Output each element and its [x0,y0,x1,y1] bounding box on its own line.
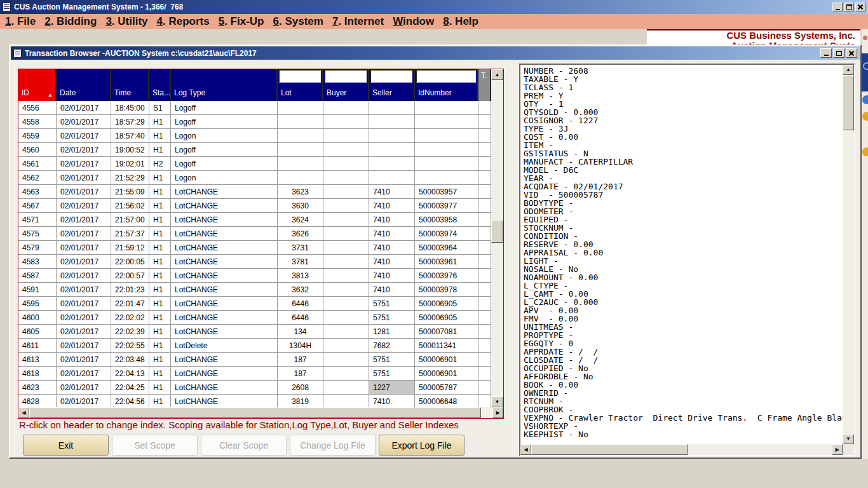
cell-logtype[interactable]: LotCHANGE [171,213,278,227]
cell-date[interactable]: 02/01/2017 [57,115,111,129]
cell-idnumber[interactable] [415,129,478,143]
grid-scroll-right-button[interactable]: ▶ [492,407,503,418]
transaction-minimize-button[interactable] [820,48,832,58]
column-header-id[interactable]: ID▲ [18,69,57,101]
cell-station[interactable]: H1 [149,171,171,185]
cell-logtype[interactable]: Logon [171,129,278,143]
cell-id[interactable]: 4567 [18,199,57,213]
cell-t[interactable] [478,143,491,157]
cell-station[interactable]: H1 [149,227,171,241]
cell-idnumber[interactable]: 500003957 [415,185,478,199]
cell-logtype[interactable]: LotCHANGE [171,395,278,407]
cell-t[interactable] [478,171,491,185]
cell-lot[interactable]: 3624 [278,213,323,227]
cell-buyer[interactable] [323,157,369,171]
detail-hscroll-thumb[interactable] [531,444,688,455]
table-row[interactable]: 462302/01/201722:04:25H1LotCHANGE2608122… [18,381,491,395]
cell-buyer[interactable] [323,241,369,255]
menu-fixup[interactable]: 5. Fix-Up [219,15,264,28]
cell-date[interactable]: 02/01/2017 [57,213,111,227]
cell-station[interactable]: H1 [149,325,171,339]
cell-idnumber[interactable] [415,115,478,129]
cell-idnumber[interactable]: 500006905 [415,311,478,325]
cell-t[interactable] [478,325,491,339]
cell-lot[interactable]: 3781 [278,255,323,269]
cell-lot[interactable]: 2608 [278,381,323,395]
cell-station[interactable]: H1 [149,311,171,325]
cell-lot[interactable]: 3813 [278,269,323,283]
grid-vscroll-thumb[interactable] [491,220,503,243]
cell-date[interactable]: 02/01/2017 [57,311,111,325]
cell-lot[interactable]: 3819 [278,395,323,407]
cell-logtype[interactable]: Logoff [171,143,278,157]
column-header-t[interactable]: T. [478,69,491,101]
cell-seller[interactable]: 7410 [369,185,415,199]
cell-t[interactable] [478,367,491,381]
cell-logtype[interactable]: LotCHANGE [171,227,278,241]
cell-buyer[interactable] [323,381,369,395]
menu-window[interactable]: Window [393,15,434,28]
cell-t[interactable] [478,241,491,255]
cell-t[interactable] [478,353,491,367]
cell-time[interactable]: 18:45:00 [111,101,149,115]
maximize-button[interactable] [844,3,854,11]
cell-seller[interactable]: 7410 [369,255,415,269]
grid-vertical-scrollbar[interactable]: ▲ ▼ [491,69,503,407]
cell-buyer[interactable] [323,325,369,339]
cell-logtype[interactable]: Logon [171,171,278,185]
cell-time[interactable]: 21:57:37 [111,227,149,241]
cell-date[interactable]: 02/01/2017 [57,171,111,185]
cell-time[interactable]: 22:04:25 [111,381,149,395]
set-scope-button[interactable]: Set Scope [112,435,198,456]
cell-seller[interactable]: 1227 [369,381,415,395]
cell-station[interactable]: H1 [149,241,171,255]
cell-buyer[interactable] [323,353,369,367]
scope-input-seller[interactable] [370,70,412,83]
cell-idnumber[interactable] [415,143,478,157]
cell-lot[interactable]: 3731 [278,241,323,255]
cell-idnumber[interactable]: 500003964 [415,241,478,255]
cell-date[interactable]: 02/01/2017 [57,185,111,199]
cell-id[interactable]: 4562 [18,171,57,185]
grid-scroll-up-button[interactable]: ▲ [491,69,503,80]
cell-lot[interactable]: 1304H [278,339,323,353]
cell-date[interactable]: 02/01/2017 [57,339,111,353]
cell-id[interactable]: 4628 [18,395,57,407]
detail-scroll-up-button[interactable]: ▲ [843,65,854,75]
cell-date[interactable]: 02/01/2017 [57,367,111,381]
cell-id[interactable]: 4611 [18,339,57,353]
cell-t[interactable] [478,311,491,325]
cell-station[interactable]: H1 [149,143,171,157]
cell-lot[interactable]: 187 [278,353,323,367]
close-button[interactable] [855,3,865,11]
cell-lot[interactable] [278,115,323,129]
cell-lot[interactable] [278,171,323,185]
cell-id[interactable]: 4556 [18,101,57,115]
cell-logtype[interactable]: LotCHANGE [171,367,278,381]
cell-buyer[interactable] [323,269,369,283]
cell-t[interactable] [478,115,491,129]
clear-scope-button[interactable]: Clear Scope [201,435,287,456]
cell-seller[interactable]: 7410 [369,283,415,297]
cell-id[interactable]: 4583 [18,255,57,269]
menu-reports[interactable]: 4. Reports [157,15,210,28]
cell-buyer[interactable] [323,283,369,297]
cell-time[interactable]: 21:59:12 [111,241,149,255]
detail-scroll-down-button[interactable]: ▼ [843,434,854,444]
cell-buyer[interactable] [323,129,369,143]
table-row[interactable]: 459102/01/201722:01:23H1LotCHANGE3632741… [18,283,491,297]
cell-logtype[interactable]: LotCHANGE [171,241,278,255]
cell-t[interactable] [478,283,491,297]
grid-horizontal-scrollbar[interactable]: ◀ ▶ [18,407,503,418]
detail-scroll-left-button[interactable]: ◀ [520,444,531,455]
cell-logtype[interactable]: LotCHANGE [171,255,278,269]
cell-date[interactable]: 02/01/2017 [57,325,111,339]
cell-seller[interactable]: 7682 [369,339,415,353]
cell-date[interactable]: 02/01/2017 [57,297,111,311]
table-row[interactable]: 461102/01/201722:02:55H1LotDelete1304H76… [18,339,491,353]
cell-logtype[interactable]: LotCHANGE [171,297,278,311]
table-row[interactable]: 456202/01/201721:52:29H1Logon [18,171,491,185]
cell-lot[interactable] [278,129,323,143]
cell-id[interactable]: 4600 [18,311,57,325]
cell-idnumber[interactable] [415,101,478,115]
